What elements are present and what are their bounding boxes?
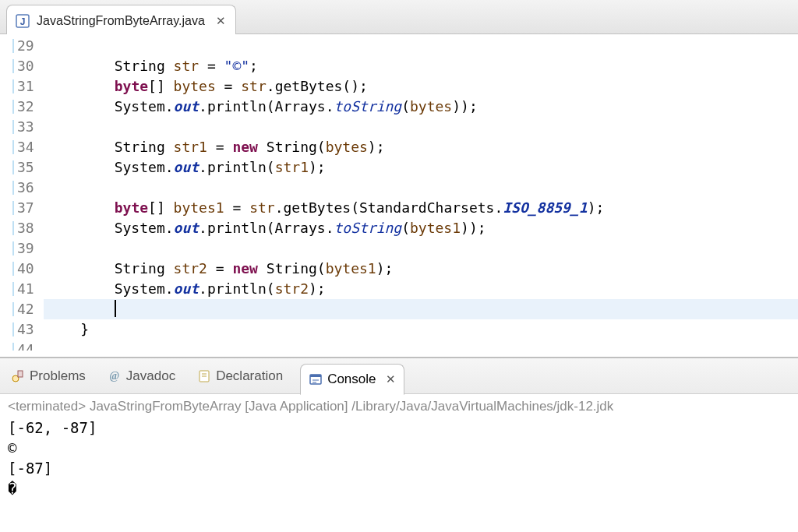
line-number: 31 (0, 76, 44, 97)
declaration-icon (197, 369, 211, 383)
tab-declaration[interactable]: Declaration (192, 365, 288, 387)
editor-tab-filename: JavaStringFromByteArray.java (37, 14, 205, 28)
code-line[interactable] (44, 117, 798, 137)
line-number: 37 (0, 198, 44, 218)
line-number: 39 (0, 238, 44, 259)
line-number: 34 (0, 137, 44, 157)
line-number: 30 (0, 56, 44, 76)
line-number-gutter: 29303132333435363738394041424344 (0, 34, 44, 357)
console-output[interactable]: [-62, -87] © [-87] � (0, 416, 798, 500)
code-line[interactable]: System.out.println(str1); (44, 157, 798, 178)
tab-declaration-label: Declaration (216, 368, 283, 384)
line-number: 44 (0, 340, 44, 351)
svg-rect-3 (18, 371, 23, 377)
panel-tabbar: Problems @ Javadoc Declaration (0, 358, 798, 394)
console-icon (309, 372, 323, 386)
code-line[interactable]: String str1 = new String(bytes); (44, 137, 798, 157)
console-status: <terminated> JavaStringFromByteArray [Ja… (0, 394, 798, 416)
tab-console[interactable]: Console ✕ (300, 364, 404, 395)
line-number: 36 (0, 178, 44, 198)
line-number: 33 (0, 117, 44, 137)
line-number: 43 (0, 319, 44, 340)
code-line[interactable]: byte[] bytes1 = str.getBytes(StandardCha… (44, 198, 798, 218)
tab-problems-label: Problems (30, 368, 86, 384)
bottom-panel: Problems @ Javadoc Declaration (0, 357, 798, 500)
code-line[interactable]: String str = "©"; (44, 56, 798, 76)
code-line[interactable]: } (44, 319, 798, 340)
code-line[interactable] (44, 299, 798, 319)
code-line[interactable]: System.out.println(Arrays.toString(bytes… (44, 218, 798, 238)
tab-javadoc-label: Javadoc (126, 368, 175, 384)
problems-icon (11, 369, 25, 383)
svg-rect-8 (310, 375, 321, 377)
javadoc-icon: @ (108, 369, 122, 383)
tab-problems[interactable]: Problems (6, 365, 90, 387)
line-number: 32 (0, 97, 44, 117)
code-line[interactable]: String str2 = new String(bytes1); (44, 259, 798, 279)
line-number: 41 (0, 279, 44, 299)
line-number: 40 (0, 259, 44, 279)
close-icon[interactable]: ✕ (386, 372, 396, 386)
code-line[interactable]: byte[] bytes = str.getBytes(); (44, 76, 798, 97)
code-line[interactable] (44, 178, 798, 198)
tab-javadoc[interactable]: @ Javadoc (103, 365, 180, 387)
code-line[interactable] (44, 36, 798, 56)
tab-console-label: Console (327, 372, 376, 387)
editor-tabbar: J JavaStringFromByteArray.java ✕ (0, 0, 798, 34)
code-body[interactable]: String str = "©"; byte[] bytes = str.get… (44, 34, 798, 357)
editor-tab[interactable]: J JavaStringFromByteArray.java ✕ (6, 5, 236, 34)
code-editor[interactable]: 29303132333435363738394041424344 String … (0, 34, 798, 357)
text-caret (115, 300, 116, 317)
code-line[interactable]: System.out.println(Arrays.toString(bytes… (44, 97, 798, 117)
java-file-icon: J (15, 13, 30, 29)
line-number: 38 (0, 218, 44, 238)
line-number: 29 (0, 36, 44, 56)
svg-text:J: J (20, 16, 26, 27)
line-number: 42 (0, 299, 44, 319)
close-icon[interactable]: ✕ (216, 14, 226, 28)
code-line[interactable]: System.out.println(str2); (44, 279, 798, 299)
code-line[interactable] (44, 238, 798, 259)
line-number: 35 (0, 157, 44, 178)
